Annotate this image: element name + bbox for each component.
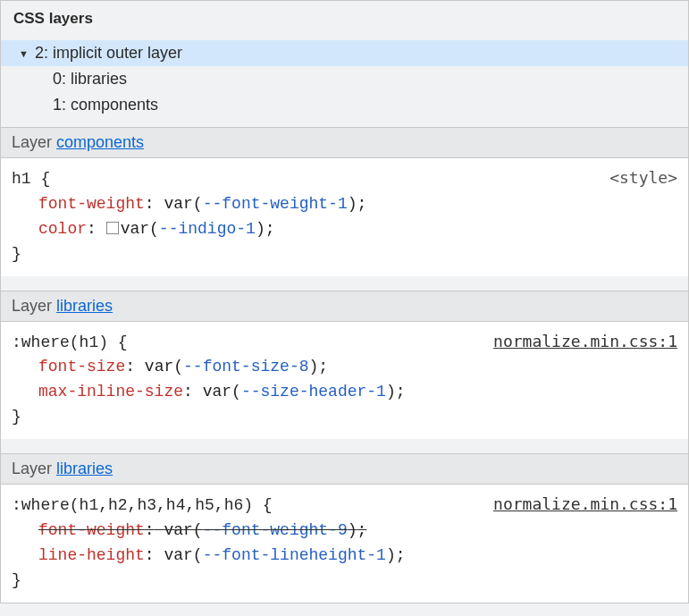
layer-header-prefix: Layer: [12, 297, 56, 315]
declaration[interactable]: font-weight: var(--font-weight-1);: [12, 192, 677, 217]
selector: h1 {: [12, 167, 50, 192]
rule-source[interactable]: normalize.min.css:1: [493, 492, 677, 517]
section-gap: [1, 276, 688, 291]
layer-tree: ▼ 2: implicit outer layer 0: libraries 1…: [1, 37, 688, 127]
rule-source[interactable]: normalize.min.css:1: [493, 329, 677, 354]
layer-link[interactable]: components: [56, 133, 144, 151]
selector: :where(h1) {: [12, 331, 128, 356]
selector: :where(h1,h2,h3,h4,h5,h6) {: [12, 494, 273, 519]
css-layers-panel: CSS layers ▼ 2: implicit outer layer 0: …: [0, 0, 689, 603]
rule-source[interactable]: <style>: [609, 165, 677, 190]
tree-row-root[interactable]: ▼ 2: implicit outer layer: [1, 40, 688, 66]
css-rule: h1 { <style> font-weight: var(--font-wei…: [1, 158, 688, 276]
color-swatch-icon[interactable]: [106, 222, 119, 234]
disclosure-triangle-icon[interactable]: ▼: [19, 48, 29, 59]
layer-header: Layer libraries: [1, 291, 688, 322]
layer-link[interactable]: libraries: [56, 460, 113, 477]
css-rule: :where(h1) { normalize.min.css:1 font-si…: [1, 322, 688, 440]
tree-label: 2: implicit outer layer: [35, 44, 182, 63]
layer-header-prefix: Layer: [12, 133, 56, 151]
declaration[interactable]: line-height: var(--font-lineheight-1);: [12, 544, 677, 569]
declaration-overridden[interactable]: font-weight: var(--font-weight-9);: [12, 519, 677, 544]
layer-header: Layer libraries: [1, 453, 688, 485]
declaration[interactable]: color: var(--indigo-1);: [12, 217, 677, 242]
tree-label: 1: components: [53, 96, 158, 114]
tree-label: 0: libraries: [53, 70, 127, 89]
layer-header: Layer components: [1, 127, 688, 158]
declaration[interactable]: font-size: var(--font-size-8);: [12, 355, 677, 380]
css-rule: :where(h1,h2,h3,h4,h5,h6) { normalize.mi…: [1, 485, 688, 603]
layer-link[interactable]: libraries: [56, 297, 113, 315]
declaration[interactable]: max-inline-size: var(--size-header-1);: [12, 380, 677, 405]
layer-header-prefix: Layer: [12, 460, 56, 477]
panel-title: CSS layers: [1, 1, 688, 37]
section-gap: [1, 439, 688, 453]
tree-row-child[interactable]: 0: libraries: [1, 66, 688, 92]
tree-row-child[interactable]: 1: components: [1, 92, 688, 118]
